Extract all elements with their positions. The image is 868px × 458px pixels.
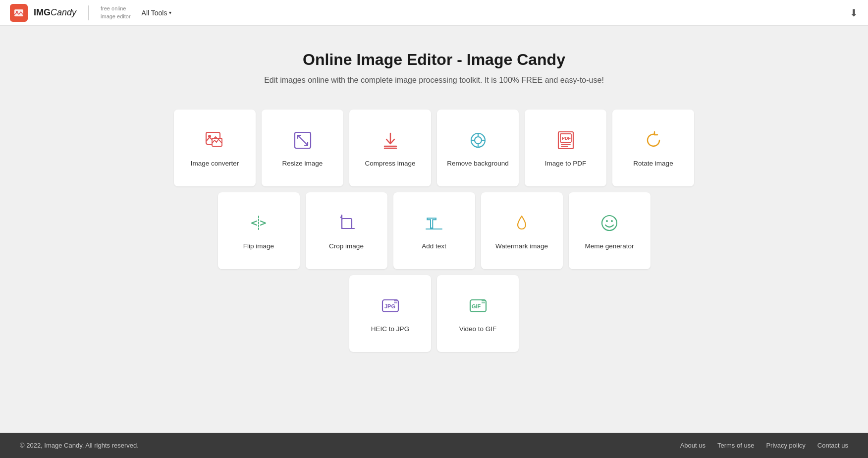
svg-point-27 xyxy=(602,216,617,230)
tool-remove-background-label: Remove background xyxy=(447,159,509,168)
footer-links: About us Terms of use Privacy policy Con… xyxy=(680,442,848,449)
tool-image-converter[interactable]: Image converter xyxy=(174,110,256,186)
tool-heic-to-jpg-label: HEIC to JPG xyxy=(371,325,409,334)
tool-resize-image[interactable]: Resize image xyxy=(262,110,343,186)
header: IMG Candy free onlineimage editor All To… xyxy=(0,0,868,26)
meme-generator-icon xyxy=(597,211,621,235)
crop-image-icon xyxy=(334,211,358,235)
resize-image-icon xyxy=(291,128,315,152)
download-icon[interactable]: ⬇ xyxy=(850,7,858,19)
all-tools-label: All Tools xyxy=(142,9,167,17)
image-to-pdf-icon: PDF xyxy=(554,128,578,152)
tool-flip-image[interactable]: Flip image xyxy=(218,192,300,269)
logo-subtitle: free onlineimage editor xyxy=(101,5,131,20)
svg-point-29 xyxy=(611,220,613,222)
all-tools-button[interactable]: All Tools ▾ xyxy=(137,6,177,20)
logo-img-text: IMG xyxy=(34,7,51,18)
tool-compress-image-label: Compress image xyxy=(365,159,415,168)
tool-image-to-pdf[interactable]: PDF Image to PDF xyxy=(525,110,606,186)
footer-contact[interactable]: Contact us xyxy=(817,442,848,449)
svg-text:GIF: GIF xyxy=(472,303,481,309)
image-converter-icon xyxy=(203,128,227,152)
tool-remove-background[interactable]: Remove background xyxy=(437,110,519,186)
flip-image-icon xyxy=(247,211,271,235)
tool-heic-to-jpg[interactable]: JPG HEIC to JPG xyxy=(349,275,431,352)
heic-to-jpg-icon: JPG xyxy=(379,294,402,318)
tools-wrapper: Image converter Resize image xyxy=(174,110,694,352)
tool-crop-image[interactable]: Crop image xyxy=(306,192,387,269)
tool-watermark-image[interactable]: Watermark image xyxy=(481,192,563,269)
tools-row-3: JPG HEIC to JPG GIF Video to GIF xyxy=(349,275,519,352)
tool-rotate-image[interactable]: Rotate image xyxy=(612,110,694,186)
footer: © 2022, Image Candy. All rights reserved… xyxy=(0,433,868,458)
tool-flip-image-label: Flip image xyxy=(243,242,274,251)
compress-image-icon xyxy=(379,128,402,152)
page-title: Online Image Editor - Image Candy xyxy=(303,51,565,69)
tool-image-to-pdf-label: Image to PDF xyxy=(545,159,586,168)
main-content: Online Image Editor - Image Candy Edit i… xyxy=(0,26,868,433)
tool-meme-generator-label: Meme generator xyxy=(585,242,634,251)
logo-divider xyxy=(88,5,89,20)
tool-video-to-gif[interactable]: GIF Video to GIF xyxy=(437,275,519,352)
svg-text:JPG: JPG xyxy=(384,303,395,309)
svg-text:PDF: PDF xyxy=(562,136,571,141)
tool-add-text[interactable]: T Add text xyxy=(393,192,475,269)
remove-background-icon xyxy=(466,128,490,152)
footer-copyright: © 2022, Image Candy. All rights reserved… xyxy=(20,442,139,449)
header-left: IMG Candy free onlineimage editor All To… xyxy=(10,4,176,22)
logo-text: IMG Candy xyxy=(34,7,76,18)
svg-point-28 xyxy=(606,220,608,222)
tool-video-to-gif-label: Video to GIF xyxy=(459,325,497,334)
logo-candy-text: Candy xyxy=(51,7,76,18)
footer-privacy[interactable]: Privacy policy xyxy=(766,442,805,449)
add-text-icon: T xyxy=(422,211,446,235)
tool-compress-image[interactable]: Compress image xyxy=(349,110,431,186)
tool-add-text-label: Add text xyxy=(422,242,446,251)
logo-icon xyxy=(10,4,28,22)
tools-row-1: Image converter Resize image xyxy=(174,110,694,186)
svg-point-11 xyxy=(475,137,482,144)
footer-terms[interactable]: Terms of use xyxy=(717,442,754,449)
tool-watermark-image-label: Watermark image xyxy=(495,242,548,251)
svg-rect-22 xyxy=(342,219,352,229)
header-right: ⬇ xyxy=(850,7,858,19)
rotate-image-icon xyxy=(642,128,665,152)
tool-rotate-image-label: Rotate image xyxy=(633,159,673,168)
chevron-down-icon: ▾ xyxy=(169,10,171,15)
tool-resize-image-label: Resize image xyxy=(282,159,323,168)
tool-crop-image-label: Crop image xyxy=(329,242,364,251)
tool-image-converter-label: Image converter xyxy=(191,159,239,168)
video-to-gif-icon: GIF xyxy=(466,294,490,318)
watermark-image-icon xyxy=(510,211,534,235)
tools-row-2: Flip image Crop image T xyxy=(218,192,651,269)
svg-line-6 xyxy=(298,135,308,145)
tool-meme-generator[interactable]: Meme generator xyxy=(569,192,651,269)
page-subtitle: Edit images online with the complete ima… xyxy=(264,76,604,85)
footer-about[interactable]: About us xyxy=(680,442,705,449)
